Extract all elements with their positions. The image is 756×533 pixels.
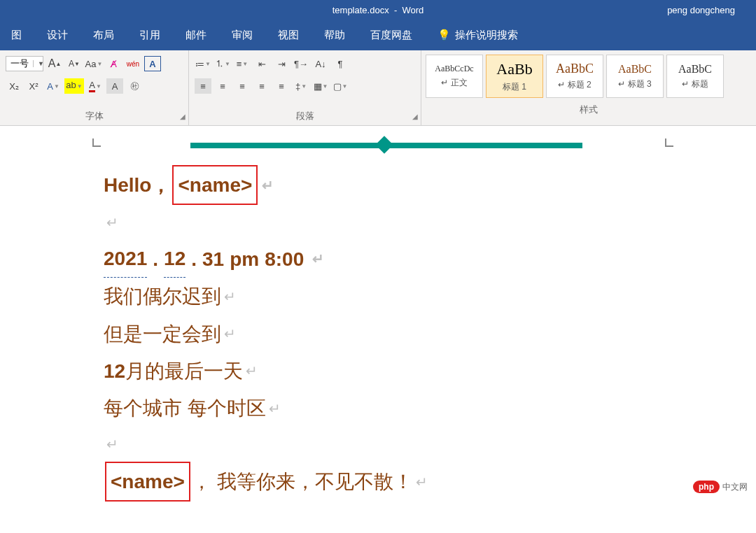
style-name: ↵ 正文 <box>441 77 467 89</box>
align-center-button[interactable]: ≡ <box>214 78 231 94</box>
style-preview: AaBbC <box>678 63 712 76</box>
return-icon: ↵ <box>262 172 274 199</box>
style-option[interactable]: AaBbC↵ 标题 2 <box>546 55 603 98</box>
launcher-icon[interactable]: ◢ <box>180 113 186 120</box>
date-year: 2021 <box>104 240 147 278</box>
return-icon: ↵ <box>224 283 236 310</box>
menu-layout[interactable]: 布局 <box>89 26 118 45</box>
style-name: ↵ 标题 2 <box>558 79 591 91</box>
doc-empty-line[interactable]: ↵ <box>104 205 756 240</box>
grow-font-button[interactable]: A▲ <box>46 56 63 71</box>
tell-me-label: 操作说明搜索 <box>455 29 518 42</box>
ruler-right-marker[interactable] <box>665 138 673 147</box>
menu-review[interactable]: 审阅 <box>227 26 257 45</box>
placeholder-name[interactable]: <name> <box>172 165 258 205</box>
placeholder-name[interactable]: <name> <box>105 462 190 502</box>
page-content[interactable]: Hello， <name> ↵ ↵ 2021 . 12 . 31 pm 8:00… <box>0 151 756 502</box>
php-logo: php <box>693 481 720 493</box>
increase-indent-button[interactable]: ⇥ <box>273 56 290 71</box>
doc-line-3[interactable]: 我们偶尔迟到↵ <box>104 278 756 315</box>
style-option[interactable]: AaBbCcDc↵ 正文 <box>426 55 483 98</box>
doc-line-8[interactable]: <name> ， 我等你来，不见不散！ ↵ <box>104 462 756 502</box>
style-option[interactable]: AaBbC↵ 标题 3 <box>606 55 664 98</box>
multilevel-button[interactable]: ≡▼ <box>234 56 251 71</box>
group-styles: AaBbCcDc↵ 正文AaBb标题 1AaBbC↵ 标题 2AaBbC↵ 标题… <box>421 50 756 125</box>
shrink-font-button[interactable]: A▼ <box>66 56 83 71</box>
group-paragraph-label: 段落◢ <box>189 108 421 125</box>
borders-button[interactable]: ▢▼ <box>332 78 349 94</box>
char-shading-button[interactable]: A <box>106 78 123 94</box>
styles-gallery: AaBbCcDc↵ 正文AaBb标题 1AaBbC↵ 标题 2AaBbC↵ 标题… <box>421 50 756 102</box>
menu-bar: 图 设计 布局 引用 邮件 审阅 视图 帮助 百度网盘 💡 操作说明搜索 <box>0 20 756 50</box>
watermark-text: 中文网 <box>722 481 748 493</box>
decrease-indent-button[interactable]: ⇤ <box>253 56 270 71</box>
enclosed-char-button[interactable]: ㊓ <box>126 78 143 94</box>
menu-help[interactable]: 帮助 <box>320 26 349 45</box>
menu-references[interactable]: 引用 <box>135 26 164 45</box>
sort-button[interactable]: A↓ <box>312 56 329 71</box>
superscript-button[interactable]: X² <box>25 78 42 94</box>
group-styles-label: 样式 <box>421 102 756 119</box>
menu-view[interactable]: 视图 <box>274 26 303 45</box>
date-dot: . <box>191 241 197 278</box>
doc-line-greeting[interactable]: Hello， <name> ↵ <box>104 165 756 205</box>
return-icon: ↵ <box>312 246 324 272</box>
char-border-button[interactable]: A <box>144 56 161 71</box>
doc-line-4[interactable]: 但是一定会到↵ <box>104 315 756 353</box>
change-case-button[interactable]: Aa▼ <box>85 56 102 71</box>
ruler[interactable] <box>0 138 756 151</box>
style-preview: AaBbC <box>618 63 652 76</box>
menu-mailings[interactable]: 邮件 <box>181 26 211 45</box>
tell-me[interactable]: 💡 操作说明搜索 <box>433 26 522 45</box>
title-bar: template.docx - Word peng dongcheng <box>0 0 756 20</box>
doc-empty-line[interactable]: ↵ <box>104 427 756 462</box>
align-justify-button[interactable]: ≡ <box>253 78 270 94</box>
group-paragraph: ≔▼ ⒈▼ ≡▼ ⇤ ⇥ ¶→ A↓ ¶ ≡ ≡ ≡ ≡ ≡ ‡▼ ▦▼ ▢▼ … <box>189 50 421 125</box>
doc-line-date[interactable]: 2021 . 12 . 31 pm 8:00 ↵ <box>104 240 756 278</box>
user-name[interactable]: peng dongcheng <box>667 5 735 15</box>
style-option[interactable]: AaBbC↵ 标题 <box>666 55 724 98</box>
greeting-prefix: Hello， <box>104 166 171 204</box>
date-time: 8:00 <box>265 241 304 278</box>
text-effects-button[interactable]: A▼ <box>45 78 62 94</box>
align-right-button[interactable]: ≡ <box>234 78 251 94</box>
subscript-button[interactable]: X₂ <box>6 78 22 94</box>
doc-line-6[interactable]: 每个城市 每个时区↵ <box>104 390 756 427</box>
group-font-label: 字体◢ <box>0 108 188 125</box>
shading-button[interactable]: ▦▼ <box>312 78 329 94</box>
menu-design[interactable]: 设计 <box>43 26 72 45</box>
ruler-diamond-icon[interactable] <box>375 136 393 153</box>
ltr-button[interactable]: ¶→ <box>293 56 309 71</box>
font-size-selector[interactable]: 一号 ▼ <box>6 56 43 71</box>
bullets-button[interactable]: ≔▼ <box>195 56 211 71</box>
return-icon: ↵ <box>106 214 118 231</box>
show-marks-button[interactable]: ¶ <box>332 56 349 71</box>
date-month: 12 <box>164 240 186 278</box>
menu-view-partial[interactable]: 图 <box>7 26 26 45</box>
clear-format-button[interactable]: A̸ <box>105 56 122 71</box>
align-left-button[interactable]: ≡ <box>195 78 211 94</box>
return-icon: ↵ <box>269 395 281 422</box>
numbering-button[interactable]: ⒈▼ <box>214 56 231 71</box>
style-name: ↵ 标题 3 <box>618 78 651 90</box>
document-area: Hello， <name> ↵ ↵ 2021 . 12 . 31 pm 8:00… <box>0 126 756 502</box>
date-ampm: pm <box>230 241 259 278</box>
watermark: php 中文网 <box>693 481 748 493</box>
date-day: 31 <box>202 241 224 278</box>
font-color-button[interactable]: A▼ <box>87 78 104 94</box>
line-spacing-button[interactable]: ‡▼ <box>293 78 309 94</box>
group-font: 一号 ▼ A▲ A▼ Aa▼ A̸ wén A X₂ X² A▼ ab▼ A▼ … <box>0 50 189 125</box>
style-preview: AaBb <box>496 60 532 78</box>
date-dot: . <box>153 241 158 278</box>
doc-line-5[interactable]: 12 月的最后一天↵ <box>104 353 756 390</box>
style-name: 标题 1 <box>503 81 526 93</box>
style-option[interactable]: AaBb标题 1 <box>486 55 543 98</box>
ruler-indent-marker[interactable] <box>92 138 101 147</box>
launcher-icon[interactable]: ◢ <box>412 113 418 120</box>
style-name: ↵ 标题 <box>682 78 708 90</box>
phonetic-button[interactable]: wén <box>125 56 141 71</box>
highlight-button[interactable]: ab▼ <box>64 78 84 94</box>
style-preview: AaBbCcDc <box>435 64 473 74</box>
menu-baidu[interactable]: 百度网盘 <box>366 26 416 45</box>
align-distribute-button[interactable]: ≡ <box>273 78 290 94</box>
